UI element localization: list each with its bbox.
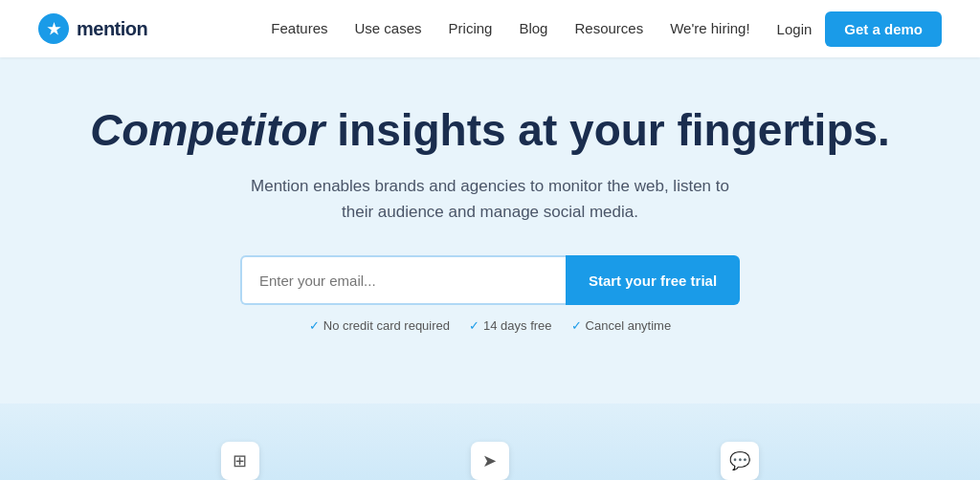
chat-icon: 💬 <box>721 442 759 480</box>
start-trial-button[interactable]: Start your free trial <box>566 255 740 305</box>
nav-item-features[interactable]: Features <box>271 20 327 36</box>
check-icon-3: ✓ <box>571 318 582 333</box>
check-icon-1: ✓ <box>309 318 320 333</box>
bottom-decoration: ⊞ ➤ 💬 <box>0 394 980 480</box>
nav-item-resources[interactable]: Resources <box>574 20 643 36</box>
logo-icon: ★ <box>38 13 69 44</box>
logo-text: mention <box>77 18 147 40</box>
email-input[interactable] <box>240 255 566 305</box>
nav-item-pricing[interactable]: Pricing <box>449 20 493 36</box>
nav-item-hiring[interactable]: We're hiring! <box>670 20 749 36</box>
hero-subtitle: Mention enables brands and agencies to m… <box>241 173 739 225</box>
bottom-bar: ⊞ ➤ 💬 <box>0 404 980 480</box>
nav-links: Features Use cases Pricing Blog Resource… <box>271 20 749 37</box>
trust-no-cc: ✓ No credit card required <box>309 318 450 333</box>
check-icon-2: ✓ <box>469 318 479 333</box>
logo[interactable]: ★ mention <box>38 13 147 44</box>
cta-row: Start your free trial <box>240 255 740 305</box>
get-demo-button[interactable]: Get a demo <box>825 11 942 47</box>
nav-item-use-cases[interactable]: Use cases <box>355 20 422 36</box>
send-icon: ➤ <box>471 442 509 480</box>
login-button[interactable]: Login <box>777 21 813 37</box>
trust-14days: ✓ 14 days free <box>469 318 552 333</box>
trust-row: ✓ No credit card required ✓ 14 days free… <box>309 318 671 333</box>
hero-title-italic: Competitor <box>90 105 324 155</box>
nav-item-blog[interactable]: Blog <box>519 20 547 36</box>
grid-icon: ⊞ <box>221 442 259 480</box>
trust-cancel: ✓ Cancel anytime <box>571 318 672 333</box>
hero-section: Competitor insights at your fingertips. … <box>0 57 980 361</box>
navbar: ★ mention Features Use cases Pricing Blo… <box>0 0 980 57</box>
hero-title: Competitor insights at your fingertips. <box>90 105 890 156</box>
hero-title-rest: insights at your fingertips. <box>324 105 889 155</box>
